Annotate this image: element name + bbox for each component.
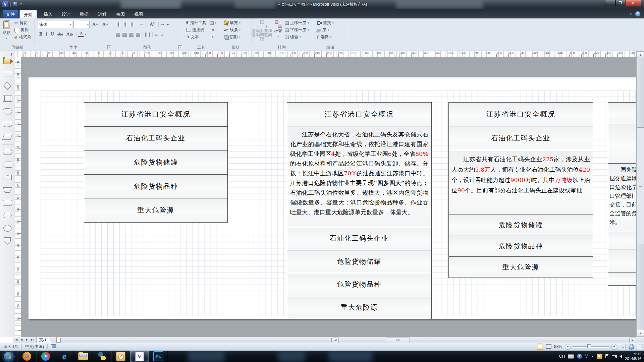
line-spacing-icon[interactable]	[145, 33, 150, 37]
increase-indent-icon[interactable]: ⇉	[160, 33, 163, 37]
input-language[interactable]: CH	[559, 354, 565, 359]
taskbar-python[interactable]	[93, 351, 111, 362]
box1-cell[interactable]: 石油化工码头企业	[84, 127, 227, 151]
fullscreen-icon[interactable]	[546, 344, 551, 349]
italic-button[interactable]: I	[44, 32, 49, 37]
font-name-select[interactable]: 宋体▾	[38, 21, 72, 28]
box2-cell[interactable]: 危险货物品种	[287, 273, 431, 296]
minimize-button[interactable]: —	[605, 0, 615, 6]
box4-paragraph-cell[interactable]: 国务院新《据交通运输部和口危险化学品安口管理部门与安交接，目前 江苏全监管的危险…	[608, 164, 637, 231]
action-center-flag-icon[interactable]	[605, 354, 609, 358]
shape-parallelogram[interactable]	[0, 130, 15, 143]
box1-cell[interactable]: 危险货物品种	[84, 175, 227, 199]
box3-title-cell[interactable]: 江苏省港口安全概况	[449, 103, 593, 126]
align-center-icon[interactable]	[122, 33, 127, 37]
bold-button[interactable]: B	[38, 32, 44, 37]
flow-box-1[interactable]: 江苏省港口安全概况 石油化工码头企业 危险货物储罐 危险货物品种 重大危险源	[84, 102, 228, 223]
previous-page-icon[interactable]: ◀	[19, 337, 24, 343]
customize-qat-button[interactable]: ▾	[28, 3, 30, 6]
box2-paragraph-cell[interactable]: 江苏是个石化大省，石油化工码头及其仓储式石化产业的基础支撑和生命线，依托沿江港口…	[287, 126, 431, 227]
clock[interactable]: 9:12 2014/5/16	[625, 352, 641, 361]
last-page-icon[interactable]: ▶|	[30, 337, 35, 343]
select-button[interactable]: 选择▾	[316, 34, 349, 41]
start-button[interactable]	[3, 351, 14, 362]
indent-left-icon[interactable]: ⇤	[166, 22, 169, 27]
auto-align-button[interactable]: 自动对齐和自动调整间距	[252, 18, 272, 45]
normal-view-icon[interactable]	[537, 344, 543, 350]
taskbar-photoshop[interactable]: Ps	[149, 351, 168, 362]
taskbar-outlook[interactable]	[111, 351, 130, 362]
spacing-tight-icon[interactable]	[116, 22, 120, 26]
page-tab[interactable]: 页-1	[36, 337, 51, 343]
first-page-icon[interactable]: |◀	[13, 337, 19, 343]
expand-panel-icon[interactable]: ❯	[10, 52, 13, 56]
box4-cell[interactable]	[608, 231, 637, 249]
insert-page-icon[interactable]	[56, 338, 61, 343]
strikethrough-button[interactable]: abc	[56, 32, 64, 37]
align-left-icon[interactable]	[116, 33, 120, 37]
page[interactable]: 江苏省港口安全概况 石油化工码头企业 危险货物储罐 危险货物品种 重大危险源 江…	[29, 77, 637, 319]
scroll-right-icon[interactable]: ▶	[629, 338, 636, 343]
flow-box-2[interactable]: 江苏省港口安全概况 江苏是个石化大省，石油化工码头及其仓储式石化产业的基础支撑和…	[287, 102, 432, 319]
visio-app-icon[interactable]: V	[2, 1, 8, 7]
send-backward-button[interactable]: 下移一层▾	[284, 26, 310, 34]
tab-data[interactable]: 数据	[76, 10, 93, 18]
zoom-slider-track[interactable]	[573, 346, 609, 347]
decrease-indent-icon[interactable]: ⇇	[155, 33, 158, 37]
zoom-level[interactable]: 93%	[554, 344, 562, 349]
zoom-slider[interactable]: − +	[565, 344, 617, 350]
zoom-slider-thumb[interactable]	[587, 344, 591, 350]
next-page-icon[interactable]: ▶	[24, 337, 30, 343]
box3-cell[interactable]: 危险货物储罐	[449, 215, 593, 236]
horizontal-scrollbar-thumb[interactable]	[386, 338, 410, 343]
zoom-out-icon[interactable]: −	[565, 344, 571, 350]
tab-review[interactable]: 审阅	[112, 10, 129, 18]
box3-paragraph-cell[interactable]: 江苏省共有石油化工码头企业225家，涉及从业人员大约5.8万人，拥有专业化石油化…	[449, 150, 593, 215]
shape-stadium[interactable]	[0, 105, 15, 118]
save-button[interactable]	[13, 2, 17, 6]
macro-button[interactable]	[48, 343, 60, 351]
volume-icon[interactable]	[620, 355, 622, 358]
taskbar-chrome[interactable]	[36, 351, 55, 362]
underline-button[interactable]: U	[49, 32, 55, 37]
taskbar-internet-explorer[interactable]: e	[55, 351, 74, 362]
connector-button[interactable]: 连接线	[185, 26, 207, 34]
keyboard-icon[interactable]	[568, 354, 574, 359]
box1-cell[interactable]: 重大危险源	[84, 198, 227, 222]
maximize-button[interactable]: ❐	[615, 0, 625, 6]
box2-cell[interactable]: 石油化工码头企业	[287, 227, 431, 250]
taskbar-explorer[interactable]	[74, 351, 93, 362]
shadow-button[interactable]: 阴影▾	[223, 34, 252, 41]
box2-cell[interactable]: 重大危险源	[287, 296, 431, 319]
tab-file[interactable]: 文件	[3, 10, 18, 19]
shape-ellipse[interactable]	[0, 222, 15, 235]
tab-process[interactable]: 进程	[94, 10, 111, 18]
shape-predefined-process[interactable]	[0, 92, 15, 105]
flow-box-3[interactable]: 江苏省港口安全概况 石油化工码头企业 江苏省共有石油化工码头企业225家，涉及从…	[448, 102, 593, 278]
grow-font-button[interactable]: A˄	[91, 22, 100, 27]
tab-home[interactable]: 开始	[19, 10, 37, 19]
shape-card[interactable]	[0, 158, 15, 171]
box4-cell[interactable]	[608, 249, 637, 273]
zoom-in-icon[interactable]: +	[611, 344, 617, 350]
box3-cell[interactable]: 石油化工码头企业	[449, 126, 593, 150]
superscript-icon[interactable]: A⁵	[148, 22, 156, 27]
paste-button[interactable]: 粘贴 ▾	[0, 18, 13, 45]
box2-title-cell[interactable]: 江苏省港口安全概况	[287, 103, 431, 126]
language-indicator[interactable]: 中文(中国)	[22, 343, 47, 351]
tray-app-icon[interactable]	[597, 354, 602, 359]
switch-windows-icon[interactable]	[637, 345, 642, 349]
justify-icon[interactable]	[136, 33, 140, 37]
layers-button[interactable]: 层▾	[316, 26, 349, 34]
position-button[interactable]: 位置 ▾	[272, 18, 284, 45]
rotate-tool-button[interactable]: ↻	[209, 34, 217, 41]
box4-cell[interactable]	[608, 103, 637, 124]
shape-rectangle[interactable]	[0, 67, 15, 79]
taskbar-visio-active[interactable]: V	[130, 351, 149, 362]
fit-page-icon[interactable]	[620, 344, 626, 349]
undo-button[interactable]: ↶▾	[19, 2, 24, 6]
tray-restore-icon[interactable]: ❐▾	[585, 354, 588, 358]
box4-cell[interactable]	[608, 273, 637, 285]
indent-right-icon[interactable]: ⇥	[161, 22, 164, 27]
shape-document[interactable]	[0, 118, 15, 130]
